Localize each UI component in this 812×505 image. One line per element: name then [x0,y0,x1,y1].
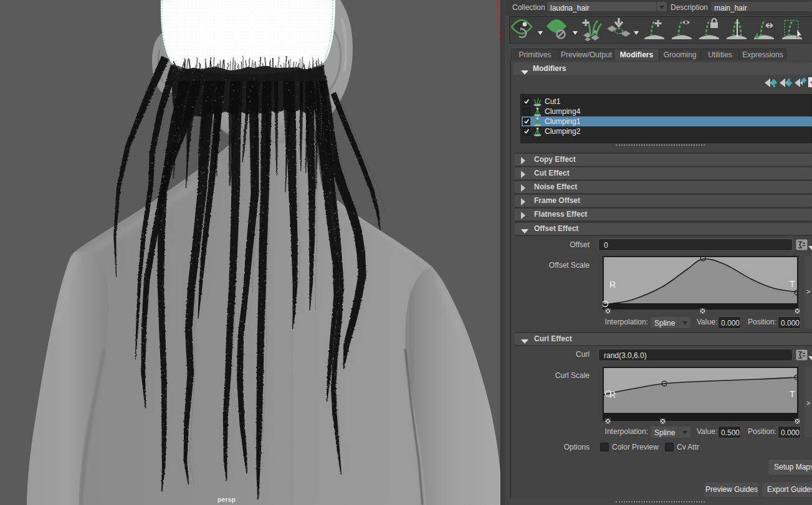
svg-text:T: T [790,279,795,289]
svg-text:R: R [609,390,616,400]
svg-text:R: R [609,280,616,290]
svg-text:persp: persp [217,496,236,503]
svg-text:T: T [790,389,795,399]
